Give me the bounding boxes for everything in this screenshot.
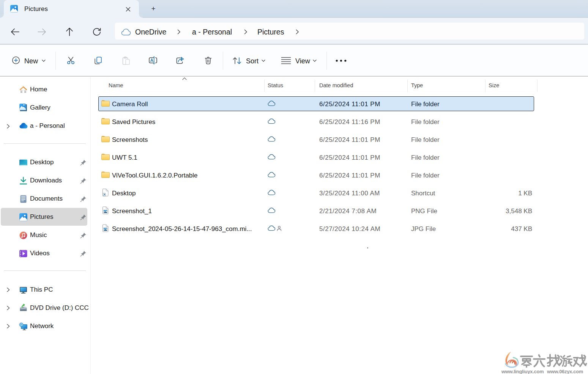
svg-text:www.lingliuyx.com: www.lingliuyx.com (501, 369, 544, 374)
svg-text:www.06zyx.com: www.06zyx.com (547, 369, 583, 374)
